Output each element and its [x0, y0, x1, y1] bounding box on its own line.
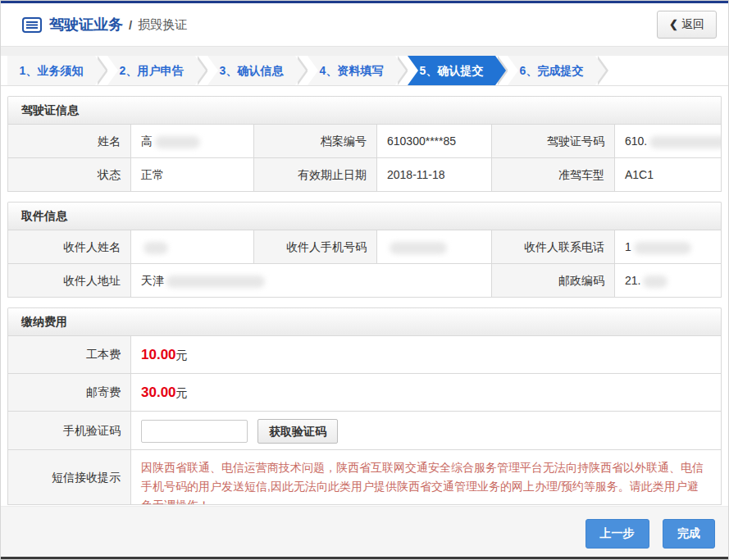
step-arrow	[595, 56, 606, 85]
recipient-phone-label: 收件人联系电话	[491, 230, 614, 263]
license-info-section: 驾驶证信息 姓名 高 档案编号 610300****85 驾驶证号码 610. …	[7, 96, 722, 192]
back-button-label: 返回	[681, 17, 704, 30]
table-row: 收件人姓名 收件人手机号码 收件人联系电话 1	[8, 230, 721, 263]
expiry-date-label: 有效期止日期	[253, 158, 376, 191]
table-row: 收件人地址 天津 邮政编码 21.	[8, 263, 721, 297]
header: 驾驶证业务 / 损毁换证 ❮返回	[1, 3, 728, 46]
step-arrow	[395, 56, 406, 85]
table-row: 工本费 10.00元	[8, 336, 721, 373]
step-label: 2、用户申告	[120, 64, 184, 77]
get-sms-code-button[interactable]: 获取验证码	[257, 419, 338, 444]
redacted-blur	[390, 242, 447, 254]
fees-section-title: 缴纳费用	[7, 307, 722, 335]
step-notch	[207, 56, 218, 85]
step-label: 1、业务须知	[20, 64, 84, 77]
redacted-blur	[166, 275, 265, 288]
redacted-blur	[634, 242, 691, 254]
pickup-info-section: 取件信息 收件人姓名 收件人手机号码 收件人联系电话 1 收件人地址 天津 邮政…	[7, 202, 722, 298]
redacted-blur	[649, 136, 721, 148]
step-arrow	[195, 56, 206, 85]
fee-amount: 30.00	[141, 385, 176, 400]
recipient-mobile-label: 收件人手机号码	[253, 230, 376, 263]
recipient-name-label: 收件人姓名	[8, 230, 130, 263]
page: 驾驶证业务 / 损毁换证 ❮返回 1、业务须知 2、用户申告 3、确认信息 4、…	[0, 0, 729, 560]
redacted-blur	[155, 136, 200, 148]
postcode-value: 21.	[614, 264, 721, 297]
pickup-table: 收件人姓名 收件人手机号码 收件人联系电话 1 收件人地址 天津 邮政编码 21…	[7, 230, 722, 298]
bottom-dark-strip	[1, 557, 728, 559]
step-notch	[308, 56, 318, 85]
fee-unit: 元	[176, 386, 188, 399]
sms-code-label: 手机验证码	[8, 412, 130, 449]
fees-section: 缴纳费用 工本费 10.00元 邮寄费 30.00元 手机验证码 获取验证码 短…	[7, 307, 722, 505]
recipient-address-value: 天津	[130, 264, 491, 297]
step-1-business-notice[interactable]: 1、业务须知	[7, 56, 95, 85]
step-arrow	[295, 56, 306, 85]
step-3-confirm-info[interactable]: 3、确认信息	[207, 56, 295, 85]
redacted-blur	[643, 275, 667, 288]
step-notch	[107, 56, 118, 85]
step-6-finish-submit[interactable]: 6、完成提交	[508, 56, 595, 85]
license-no-value: 610.	[614, 125, 721, 157]
recipient-mobile-value	[376, 230, 491, 263]
pickup-section-title: 取件信息	[7, 202, 722, 230]
sms-notice-text: 因陕西省联通、电信运营商技术问题，陕西省互联网交通安全综合服务管理平台无法向持陕…	[130, 450, 721, 504]
status-value: 正常	[130, 158, 253, 191]
production-fee-label: 工本费	[8, 336, 130, 373]
table-row: 邮寄费 30.00元	[8, 373, 721, 411]
redacted-blur	[144, 242, 168, 254]
fee-unit: 元	[176, 348, 188, 362]
vehicle-class-value: A1C1	[614, 158, 721, 191]
step-5-confirm-submit-active[interactable]: 5、确认提交	[408, 56, 495, 85]
expiry-date-value: 2018-11-18	[376, 158, 491, 191]
postcode-label: 邮政编码	[491, 264, 614, 297]
postage-fee-label: 邮寄费	[8, 374, 130, 411]
back-chevron-icon: ❮	[669, 18, 678, 30]
step-wizard: 1、业务须知 2、用户申告 3、确认信息 4、资料填写 5、确认提交 6、完成提…	[1, 56, 728, 86]
status-label: 状态	[8, 158, 130, 191]
header-divider-strip	[1, 46, 728, 56]
page-title: 驾驶证业务	[49, 15, 123, 34]
name-value: 高	[130, 125, 253, 157]
fees-table: 工本费 10.00元 邮寄费 30.00元 手机验证码 获取验证码 短信接收提示…	[7, 335, 722, 505]
license-section-title: 驾驶证信息	[7, 96, 722, 124]
table-row: 状态 正常 有效期止日期 2018-11-18 准驾车型 A1C1	[8, 157, 721, 191]
breadcrumb-current: 损毁换证	[138, 17, 187, 33]
breadcrumb-separator: /	[129, 18, 132, 32]
license-table: 姓名 高 档案编号 610300****85 驾驶证号码 610. 状态 正常 …	[7, 124, 722, 192]
sms-code-input[interactable]	[141, 420, 248, 443]
step-label: 5、确认提交	[420, 64, 484, 77]
step-arrow	[95, 56, 106, 85]
production-fee-value: 10.00元	[130, 336, 721, 373]
archive-no-value: 610300****85	[376, 125, 491, 157]
license-no-label: 驾驶证号码	[491, 125, 614, 157]
license-card-icon	[22, 17, 42, 33]
step-arrow	[495, 56, 506, 85]
sms-code-cell: 获取验证码	[130, 412, 721, 449]
table-row: 手机验证码 获取验证码	[8, 411, 721, 449]
archive-no-label: 档案编号	[253, 125, 376, 157]
step-notch	[508, 56, 518, 85]
step-4-fill-materials[interactable]: 4、资料填写	[308, 56, 395, 85]
footer-action-bar: 上一步 完成	[1, 506, 728, 557]
table-row: 短信接收提示 因陕西省联通、电信运营商技术问题，陕西省互联网交通安全综合服务管理…	[8, 449, 721, 504]
fee-amount: 10.00	[141, 347, 176, 362]
step-2-user-declaration[interactable]: 2、用户申告	[107, 56, 195, 85]
recipient-phone-value: 1	[614, 230, 721, 263]
step-label: 4、资料填写	[320, 64, 384, 77]
step-notch	[408, 56, 418, 85]
name-label: 姓名	[8, 125, 130, 157]
recipient-name-value	[130, 230, 253, 263]
previous-step-button[interactable]: 上一步	[585, 519, 649, 549]
sms-notice-label: 短信接收提示	[8, 450, 130, 504]
step-label: 6、完成提交	[520, 64, 584, 77]
table-row: 姓名 高 档案编号 610300****85 驾驶证号码 610.	[8, 125, 721, 157]
back-button[interactable]: ❮返回	[657, 11, 717, 39]
postage-fee-value: 30.00元	[130, 374, 721, 411]
recipient-address-label: 收件人地址	[8, 264, 130, 297]
step-label: 3、确认信息	[220, 64, 284, 77]
vehicle-class-label: 准驾车型	[491, 158, 614, 191]
finish-button[interactable]: 完成	[663, 519, 715, 549]
